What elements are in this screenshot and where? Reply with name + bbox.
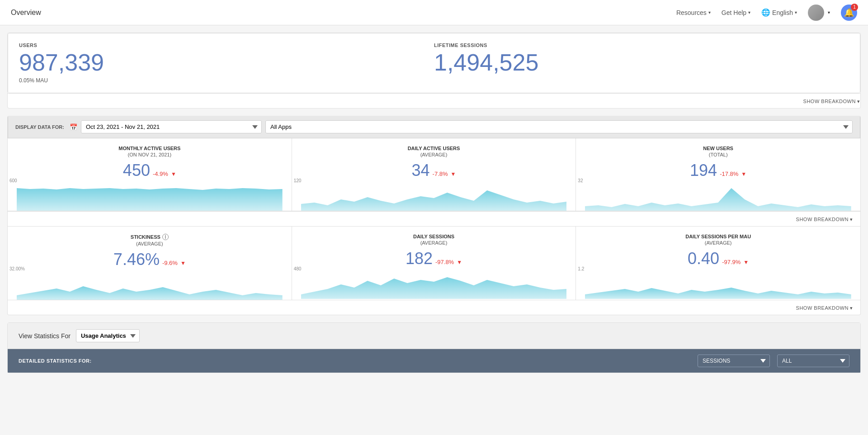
- resources-dropdown[interactable]: Resources ▾: [676, 9, 711, 16]
- notification-button[interactable]: 🔔 1: [841, 5, 857, 21]
- get-help-dropdown[interactable]: Get Help ▾: [722, 9, 750, 16]
- app-select[interactable]: All Apps: [265, 120, 853, 133]
- daily-sessions-change: -97.8%: [435, 259, 454, 265]
- user-menu[interactable]: ▾: [808, 5, 830, 21]
- dau-change: -7.8%: [433, 170, 448, 177]
- daily-sessions-mau-cell: Daily Sessions Per MAU (AVERAGE) 0.40 -9…: [576, 227, 860, 300]
- dau-value: 34: [412, 161, 430, 180]
- dau-chart: [301, 184, 567, 211]
- mau-chart: [17, 184, 283, 211]
- daily-sessions-mau-chart: [585, 272, 851, 299]
- arrow-down-icon: ▼: [451, 171, 456, 177]
- users-metric: Users 987,339 0.05% MAU: [19, 43, 434, 93]
- stats-footer-row1: SHOW BREAKDOWN ▾: [8, 211, 860, 226]
- dau-title: Daily Active Users: [301, 146, 567, 151]
- stickiness-cell: Stickiness i (AVERAGE) 7.46% -9.6% ▼ 32.…: [8, 227, 292, 300]
- dau-subtitle: (AVERAGE): [301, 152, 567, 157]
- lifetime-sessions-label: Lifetime Sessions: [434, 43, 849, 48]
- stickiness-value: 7.46%: [113, 250, 160, 269]
- chevron-down-icon: ▾: [828, 10, 830, 15]
- arrow-down-icon: ▼: [180, 260, 186, 266]
- lifetime-sessions-value: 1,494,525: [434, 50, 849, 76]
- daily-sessions-mau-value: 0.40: [688, 249, 719, 268]
- all-select[interactable]: ALL: [777, 355, 849, 367]
- view-stats-label: View Statistics For: [19, 332, 71, 340]
- page-title: Overview: [11, 9, 41, 17]
- daily-sessions-title: Daily Sessions: [301, 234, 567, 239]
- calendar-icon: 📅: [70, 123, 77, 131]
- sessions-select[interactable]: SESSIONS: [698, 355, 770, 367]
- new-users-subtitle: (TOTAL): [585, 152, 851, 157]
- mau-cell: Monthly Active Users (ON NOV 21, 2021) 4…: [8, 138, 292, 211]
- daily-sessions-mau-title: Daily Sessions Per MAU: [585, 234, 851, 239]
- daily-sessions-mau-chart-max: 1.2: [578, 266, 584, 271]
- main-content: Users 987,339 0.05% MAU Lifetime Session…: [0, 25, 868, 380]
- new-users-change: -17.8%: [720, 170, 738, 177]
- globe-icon: 🌐: [761, 8, 770, 17]
- arrow-down-icon: ▼: [743, 259, 749, 265]
- mau-title: Monthly Active Users: [17, 146, 283, 151]
- stats-footer-row2: SHOW BREAKDOWN ▾: [8, 300, 860, 315]
- view-stats-bar: View Statistics For Usage Analytics: [8, 323, 860, 349]
- stats-section: DISPLAY DATA FOR: 📅 Oct 23, 2021 - Nov 2…: [7, 116, 861, 315]
- new-users-cell: New Users (TOTAL) 194 -17.8% ▼ 32: [576, 138, 860, 211]
- date-range-select[interactable]: Oct 23, 2021 - Nov 21, 2021: [81, 120, 262, 133]
- users-value: 987,339: [19, 50, 434, 76]
- detailed-stats-bar: Detailed Statistics For: SESSIONS ALL: [8, 349, 860, 373]
- show-breakdown-button-row2[interactable]: SHOW BREAKDOWN ▾: [796, 305, 853, 311]
- arrow-down-icon: ▼: [457, 259, 462, 265]
- stats-grid-row1: Monthly Active Users (ON NOV 21, 2021) 4…: [8, 138, 860, 211]
- avatar: [808, 5, 824, 21]
- nav-actions: Resources ▾ Get Help ▾ 🌐 English ▾ ▾ 🔔 1: [676, 5, 857, 21]
- new-users-chart: [585, 184, 851, 211]
- daily-sessions-cell: Daily Sessions (AVERAGE) 182 -97.8% ▼ 48…: [292, 227, 576, 300]
- new-users-value: 194: [690, 161, 717, 180]
- chevron-down-icon: ▾: [795, 10, 797, 15]
- lifetime-sessions-metric: Lifetime Sessions 1,494,525: [434, 43, 849, 93]
- new-users-chart-max: 32: [578, 178, 583, 183]
- top-nav: Overview Resources ▾ Get Help ▾ 🌐 Englis…: [0, 0, 868, 25]
- detailed-stats-label: Detailed Statistics For:: [19, 358, 690, 364]
- stickiness-chart: [17, 273, 283, 300]
- daily-sessions-mau-subtitle: (AVERAGE): [585, 240, 851, 246]
- show-breakdown-button[interactable]: SHOW BREAKDOWN ▾: [803, 99, 860, 104]
- stickiness-subtitle: (AVERAGE): [17, 241, 283, 246]
- bottom-section: View Statistics For Usage Analytics Deta…: [7, 322, 861, 373]
- summary-footer: SHOW BREAKDOWN ▾: [8, 93, 860, 108]
- chevron-down-icon: ▾: [748, 10, 750, 15]
- mau-change: -4.9%: [153, 170, 168, 177]
- daily-sessions-subtitle: (AVERAGE): [301, 240, 567, 246]
- users-label: Users: [19, 43, 434, 48]
- stickiness-chart-max: 32.00%: [9, 266, 25, 271]
- daily-sessions-chart-max: 480: [294, 266, 302, 271]
- stickiness-title: Stickiness: [131, 234, 160, 240]
- new-users-title: New Users: [585, 146, 851, 151]
- arrow-down-icon: ▼: [741, 171, 746, 177]
- view-stats-select[interactable]: Usage Analytics: [76, 329, 140, 342]
- users-sub: 0.05% MAU: [19, 77, 434, 84]
- daily-sessions-value: 182: [406, 249, 433, 268]
- filter-bar: DISPLAY DATA FOR: 📅 Oct 23, 2021 - Nov 2…: [8, 116, 860, 138]
- daily-sessions-mau-change: -97.9%: [722, 259, 741, 265]
- mau-chart-max: 600: [9, 178, 17, 183]
- chevron-down-icon: ▾: [708, 10, 711, 15]
- summary-card: Users 987,339 0.05% MAU Lifetime Session…: [7, 33, 861, 109]
- stats-grid-row2: Stickiness i (AVERAGE) 7.46% -9.6% ▼ 32.…: [8, 226, 860, 300]
- stickiness-change: -9.6%: [162, 260, 178, 266]
- language-dropdown[interactable]: 🌐 English ▾: [761, 8, 797, 17]
- display-data-label: DISPLAY DATA FOR:: [15, 124, 64, 130]
- dau-cell: Daily Active Users (AVERAGE) 34 -7.8% ▼ …: [292, 138, 576, 211]
- daily-sessions-chart: [301, 272, 567, 299]
- dau-chart-max: 120: [294, 178, 302, 183]
- mau-value: 450: [123, 161, 150, 180]
- show-breakdown-button-row1[interactable]: SHOW BREAKDOWN ▾: [796, 217, 853, 222]
- info-icon[interactable]: i: [162, 234, 169, 240]
- mau-subtitle: (ON NOV 21, 2021): [17, 152, 283, 157]
- notification-badge: 1: [851, 4, 858, 11]
- arrow-down-icon: ▼: [171, 171, 176, 177]
